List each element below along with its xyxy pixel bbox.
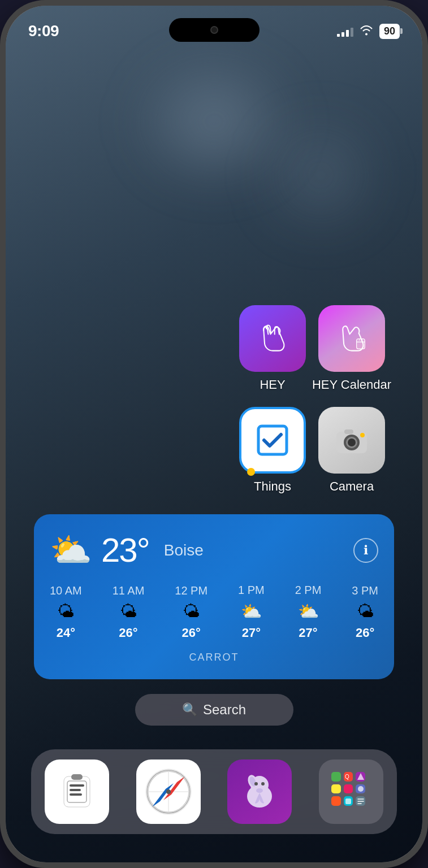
weather-hour-0: 10 AM 🌤 24° xyxy=(50,584,82,640)
things-app-icon[interactable] xyxy=(239,407,306,474)
hour-temp-2: 26° xyxy=(182,626,201,640)
folder-mini-messages xyxy=(331,772,341,782)
svg-point-28 xyxy=(254,782,258,785)
hour-temp-0: 24° xyxy=(57,626,75,640)
weather-hour-3: 1 PM ⛅ 27° xyxy=(238,584,265,640)
dock: Q xyxy=(31,749,397,834)
hour-label-4: 2 PM xyxy=(295,584,322,597)
svg-rect-14 xyxy=(70,793,82,796)
hour-label-0: 10 AM xyxy=(50,584,82,597)
app-grid: HEY HEY Calendar xyxy=(236,305,388,503)
svg-rect-8 xyxy=(344,429,353,434)
wifi-icon xyxy=(359,24,374,38)
hey-app-label: HEY xyxy=(260,377,285,392)
weather-main: ⛅ 23° Boise xyxy=(50,530,204,570)
svg-rect-12 xyxy=(70,784,84,787)
status-time: 9:09 xyxy=(28,22,59,40)
dock-elephant-app[interactable] xyxy=(227,760,292,824)
weather-widget[interactable]: ⛅ 23° Boise ℹ 10 AM 🌤 24° 11 AM 🌤 26° xyxy=(34,514,394,679)
hour-temp-4: 27° xyxy=(299,626,317,640)
dock-clipboard-app[interactable] xyxy=(45,760,109,824)
camera-app-label: Camera xyxy=(330,479,374,494)
folder-mini-app5 xyxy=(344,784,353,794)
battery-indicator: 90 xyxy=(379,24,400,39)
folder-mini-app3 xyxy=(356,772,365,782)
svg-rect-11 xyxy=(67,781,87,802)
hour-icon-4: ⛅ xyxy=(298,601,319,621)
things-app-label: Things xyxy=(254,479,291,494)
svg-point-7 xyxy=(348,439,356,446)
weather-hourly: 10 AM 🌤 24° 11 AM 🌤 26° 12 PM 🌤 26° 1 PM… xyxy=(50,584,378,640)
folder-mini-discord xyxy=(356,784,365,794)
weather-info-button[interactable]: ℹ xyxy=(353,538,378,563)
app-things[interactable]: Things xyxy=(236,407,309,503)
app-camera[interactable]: Camera xyxy=(315,407,388,503)
hour-label-2: 12 PM xyxy=(175,584,207,597)
status-icons: 90 xyxy=(337,24,400,39)
svg-rect-13 xyxy=(70,789,81,791)
weather-hour-4: 2 PM ⛅ 27° xyxy=(295,584,322,640)
hey-calendar-app-icon[interactable] xyxy=(318,305,385,372)
folder-mini-app4 xyxy=(331,784,341,794)
hour-label-5: 3 PM xyxy=(352,584,378,597)
hey-calendar-app-label: HEY Calendar xyxy=(312,377,391,392)
weather-condition-icon: ⛅ xyxy=(50,530,92,570)
svg-point-32 xyxy=(358,786,364,792)
dock-folder-app[interactable]: Q xyxy=(319,760,383,824)
search-label: Search xyxy=(203,702,246,718)
dock-safari-app[interactable] xyxy=(136,760,201,824)
svg-point-22 xyxy=(166,789,171,794)
hour-label-1: 11 AM xyxy=(113,584,145,597)
weather-temperature: 23° xyxy=(101,531,149,570)
hour-icon-1: 🌤 xyxy=(120,602,137,621)
folder-mini-app8 xyxy=(344,796,353,806)
folder-mini-app2: Q xyxy=(344,772,353,782)
hour-icon-2: 🌤 xyxy=(183,602,200,621)
app-hey-calendar[interactable]: HEY Calendar xyxy=(315,305,388,401)
hour-icon-3: ⛅ xyxy=(241,601,262,621)
app-hey[interactable]: HEY xyxy=(236,305,309,401)
svg-rect-0 xyxy=(356,338,365,349)
camera-app-icon[interactable] xyxy=(318,407,385,474)
things-notification-dot xyxy=(247,468,255,476)
folder-mini-app9 xyxy=(356,796,365,806)
svg-point-29 xyxy=(261,782,265,785)
screen: 9:09 90 xyxy=(6,6,422,862)
svg-rect-15 xyxy=(71,774,83,780)
weather-header: ⛅ 23° Boise ℹ xyxy=(50,530,378,570)
svg-rect-33 xyxy=(345,798,351,804)
battery-level: 90 xyxy=(384,25,395,37)
hour-icon-0: 🌤 xyxy=(57,602,74,621)
weather-city: Boise xyxy=(164,541,204,559)
wallpaper-blob2 xyxy=(264,119,377,232)
weather-hour-5: 3 PM 🌤 26° xyxy=(352,584,378,640)
svg-point-9 xyxy=(360,433,365,437)
dynamic-island xyxy=(169,18,260,42)
weather-hour-1: 11 AM 🌤 26° xyxy=(113,584,145,640)
hour-temp-1: 26° xyxy=(119,626,137,640)
weather-hour-2: 12 PM 🌤 26° xyxy=(175,584,207,640)
phone-frame: 9:09 90 xyxy=(0,0,428,868)
weather-source: CARROT xyxy=(50,652,378,663)
svg-text:Q: Q xyxy=(345,774,349,780)
search-magnifier-icon: 🔍 xyxy=(182,702,197,717)
folder-mini-app7 xyxy=(331,796,341,806)
search-bar[interactable]: 🔍 Search xyxy=(135,694,293,726)
hour-label-3: 1 PM xyxy=(238,584,265,597)
signal-icon xyxy=(337,25,353,37)
hour-temp-5: 26° xyxy=(356,626,374,640)
hey-app-icon[interactable] xyxy=(239,305,306,372)
hour-temp-3: 27° xyxy=(242,626,261,640)
hour-icon-5: 🌤 xyxy=(357,602,374,621)
svg-point-30 xyxy=(256,788,263,793)
front-camera xyxy=(210,26,218,34)
